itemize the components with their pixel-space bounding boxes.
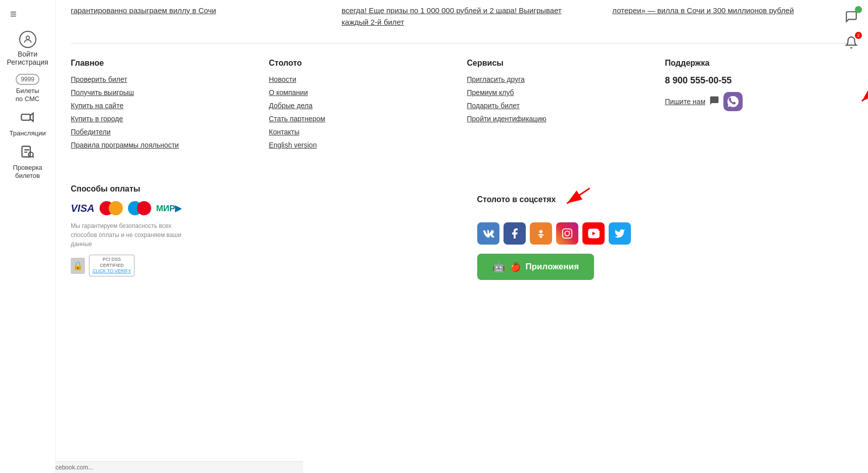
social-twitter-button[interactable]: [609, 222, 631, 245]
chat-msg-icon: [709, 96, 719, 108]
footer-services-heading: Сервисы: [467, 59, 655, 68]
pci-badge: 🔒 PCI DSSCERTIFIEDCLICK TO VERIFY: [71, 255, 447, 276]
payment-icons: VISA МИР▶: [71, 201, 447, 215]
broadcast-section[interactable]: Трансляции: [10, 110, 46, 137]
broadcast-label: Трансляции: [10, 129, 46, 137]
promo-row: гарантированно разыграем виллу в Сочи вс…: [71, 0, 853, 43]
social-vk-button[interactable]: [477, 222, 499, 245]
footer-stoloto-heading: Столото: [269, 59, 457, 68]
mastercard-logo: [100, 201, 123, 215]
svg-point-13: [565, 231, 569, 235]
svg-rect-1: [22, 114, 31, 120]
footer-col-stoloto: Столото Новости О компании Добрые дела С…: [269, 59, 457, 154]
apps-button[interactable]: 🤖 🍎 Приложения: [477, 254, 595, 280]
link-winners[interactable]: Победители: [71, 128, 259, 136]
visa-logo: VISA: [71, 203, 95, 214]
app-button-label: Приложения: [526, 262, 579, 272]
app-android-icon: 🤖: [492, 261, 505, 273]
footer-nav: Главное Проверить билет Получить выигрыш…: [71, 59, 853, 154]
link-loyalty[interactable]: Правила программы лояльности: [71, 141, 259, 149]
user-auth-section[interactable]: Войти Регистрация: [7, 31, 49, 66]
social-icons-row: [477, 222, 853, 245]
sms-label: Билетыпо СМС: [16, 87, 39, 103]
link-partner[interactable]: Стать партнером: [269, 115, 457, 123]
link-get-win[interactable]: Получить выигрыш: [71, 88, 259, 97]
notification-badge: 2: [855, 32, 862, 39]
link-about[interactable]: О компании: [269, 88, 457, 97]
user-icon: [19, 31, 36, 48]
svg-marker-2: [30, 113, 33, 121]
maestro-logo: [128, 201, 151, 215]
check-label: Проверкабилетов: [13, 164, 42, 179]
footer-support-heading: Поддержка: [665, 59, 853, 68]
payment-heading: Способы оплаты: [71, 184, 447, 194]
social-facebook-button[interactable]: [504, 222, 526, 245]
viber-button[interactable]: [723, 92, 743, 111]
arrow-annotation-social: [558, 184, 599, 215]
sidebar: ≡ Войти Регистрация 9999 Билетыпо СМС Тр…: [0, 0, 56, 295]
right-icon-panel: 2: [842, 8, 860, 52]
hamburger-menu[interactable]: ≡: [10, 8, 17, 21]
link-buy-online[interactable]: Купить на сайте: [71, 102, 259, 110]
support-write-row: Пишите нам: [665, 92, 853, 111]
promo-item-1[interactable]: гарантированно разыграем виллу в Сочи: [71, 5, 311, 28]
social-youtube-button[interactable]: [582, 222, 605, 245]
footer-col-services: Сервисы Пригласить друга Премиум клуб По…: [467, 59, 655, 154]
social-section: Столото в соцсетях: [477, 184, 853, 280]
social-instagram-button[interactable]: [556, 222, 578, 245]
login-link[interactable]: Войти: [18, 50, 37, 58]
promo-item-3[interactable]: лотереи» — вилла в Сочи и 300 миллионов …: [612, 5, 853, 28]
mir-logo: МИР▶: [156, 203, 182, 214]
promo-item-2[interactable]: всегда! Еще призы по 1 000 000 рублей и …: [342, 5, 582, 28]
social-ok-button[interactable]: [530, 222, 552, 245]
footer-main-heading: Главное: [71, 59, 259, 68]
link-invite-friend[interactable]: Пригласить друга: [467, 75, 655, 83]
svg-rect-12: [562, 229, 571, 238]
link-check-ticket[interactable]: Проверить билет: [71, 75, 259, 83]
link-premium-club[interactable]: Премиум клуб: [467, 88, 655, 97]
svg-line-6: [862, 85, 868, 101]
notification-button[interactable]: 2: [842, 33, 860, 52]
link-buy-city[interactable]: Купить в городе: [71, 115, 259, 123]
register-link[interactable]: Регистрация: [7, 58, 49, 66]
svg-point-14: [569, 230, 570, 231]
check-tickets-section[interactable]: Проверкабилетов: [13, 145, 42, 179]
support-phone: 8 900 555-00-55: [665, 75, 853, 86]
support-write-label: Пишите нам: [665, 98, 705, 106]
svg-point-0: [26, 36, 29, 39]
app-apple-icon: 🍎: [510, 262, 521, 272]
link-gift-ticket[interactable]: Подарить билет: [467, 102, 655, 110]
link-identification[interactable]: Пройти идентификацию: [467, 115, 655, 123]
social-heading: Столото в соцсетях: [477, 184, 853, 215]
arrow-annotation-viber: [848, 77, 868, 117]
main-content: гарантированно разыграем виллу в Сочи вс…: [56, 0, 868, 295]
sms-badge: 9999: [16, 74, 39, 85]
sms-tickets-section[interactable]: 9999 Билетыпо СМС: [16, 74, 39, 103]
bottom-section: Способы оплаты VISA МИР▶ Мы гарантируем …: [71, 184, 853, 280]
footer-col-main: Главное Проверить билет Получить выигрыш…: [71, 59, 259, 154]
svg-point-9: [539, 230, 542, 233]
broadcast-icon: [20, 110, 34, 127]
link-contacts[interactable]: Контакты: [269, 128, 457, 136]
payment-section: Способы оплаты VISA МИР▶ Мы гарантируем …: [71, 184, 447, 276]
chat-button[interactable]: [842, 8, 860, 26]
svg-line-8: [567, 188, 590, 204]
link-news[interactable]: Новости: [269, 75, 457, 83]
chat-badge: [855, 6, 862, 13]
pci-dss-label: PCI DSSCERTIFIEDCLICK TO VERIFY: [89, 255, 134, 276]
footer-col-support: Поддержка 8 900 555-00-55 Пишите нам: [665, 59, 853, 154]
link-english[interactable]: English version: [269, 141, 457, 149]
support-write-link[interactable]: Пишите нам: [665, 92, 853, 111]
payment-security-text: Мы гарантируем безопасность всех способо…: [71, 221, 182, 249]
check-icon: [20, 145, 34, 162]
lock-icon: 🔒: [71, 258, 85, 274]
link-good-deeds[interactable]: Добрые дела: [269, 102, 457, 110]
